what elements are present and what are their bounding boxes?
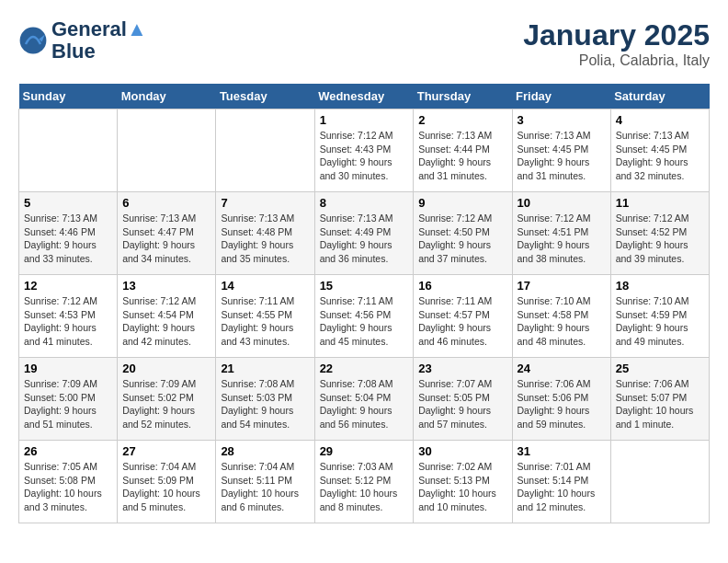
day-number: 30 (418, 444, 506, 458)
calendar-week-row: 19Sunrise: 7:09 AM Sunset: 5:00 PM Dayli… (19, 358, 710, 441)
day-number: 14 (221, 279, 309, 293)
day-number: 29 (320, 444, 409, 458)
day-number: 11 (616, 196, 704, 210)
calendar-week-row: 26Sunrise: 7:05 AM Sunset: 5:08 PM Dayli… (19, 441, 710, 523)
day-info: Sunrise: 7:13 AM Sunset: 4:45 PM Dayligh… (518, 129, 606, 183)
calendar-week-row: 1Sunrise: 7:12 AM Sunset: 4:43 PM Daylig… (19, 109, 710, 192)
day-number: 15 (320, 279, 409, 293)
day-number: 5 (24, 196, 112, 210)
calendar-table: SundayMondayTuesdayWednesdayThursdayFrid… (18, 84, 710, 523)
day-info: Sunrise: 7:04 AM Sunset: 5:11 PM Dayligh… (221, 460, 309, 514)
day-info: Sunrise: 7:06 AM Sunset: 5:07 PM Dayligh… (616, 377, 704, 431)
day-number: 24 (518, 362, 606, 375)
day-info: Sunrise: 7:13 AM Sunset: 4:44 PM Dayligh… (418, 129, 506, 183)
weekday-header: Thursday (414, 84, 512, 109)
day-info: Sunrise: 7:07 AM Sunset: 5:05 PM Dayligh… (418, 377, 506, 431)
logo: General▲ Blue (18, 18, 147, 63)
day-number: 23 (418, 362, 506, 375)
calendar-day-cell: 14Sunrise: 7:11 AM Sunset: 4:55 PM Dayli… (216, 275, 314, 358)
day-info: Sunrise: 7:13 AM Sunset: 4:49 PM Dayligh… (320, 212, 409, 266)
day-info: Sunrise: 7:12 AM Sunset: 4:52 PM Dayligh… (616, 212, 704, 266)
calendar-day-cell: 17Sunrise: 7:10 AM Sunset: 4:58 PM Dayli… (512, 275, 610, 358)
day-number: 13 (122, 279, 210, 293)
calendar-empty-cell (118, 109, 216, 192)
day-info: Sunrise: 7:13 AM Sunset: 4:45 PM Dayligh… (616, 129, 704, 183)
day-info: Sunrise: 7:12 AM Sunset: 4:51 PM Dayligh… (518, 212, 606, 266)
day-number: 4 (616, 113, 704, 127)
calendar-day-cell: 26Sunrise: 7:05 AM Sunset: 5:08 PM Dayli… (19, 441, 118, 523)
calendar-day-cell: 2Sunrise: 7:13 AM Sunset: 4:44 PM Daylig… (414, 109, 512, 192)
day-info: Sunrise: 7:05 AM Sunset: 5:08 PM Dayligh… (24, 460, 112, 514)
day-info: Sunrise: 7:12 AM Sunset: 4:50 PM Dayligh… (418, 212, 506, 266)
calendar-day-cell: 30Sunrise: 7:02 AM Sunset: 5:13 PM Dayli… (414, 441, 512, 523)
day-number: 28 (221, 444, 309, 458)
day-info: Sunrise: 7:11 AM Sunset: 4:57 PM Dayligh… (418, 294, 506, 349)
calendar-day-cell: 10Sunrise: 7:12 AM Sunset: 4:51 PM Dayli… (512, 192, 610, 275)
calendar-day-cell: 22Sunrise: 7:08 AM Sunset: 5:04 PM Dayli… (314, 358, 414, 441)
calendar-day-cell: 31Sunrise: 7:01 AM Sunset: 5:14 PM Dayli… (512, 441, 610, 523)
calendar-day-cell: 15Sunrise: 7:11 AM Sunset: 4:56 PM Dayli… (314, 275, 414, 358)
day-number: 25 (616, 362, 704, 375)
day-number: 22 (320, 362, 409, 375)
day-number: 12 (24, 279, 112, 293)
calendar-header-row: SundayMondayTuesdayWednesdayThursdayFrid… (19, 84, 710, 109)
day-info: Sunrise: 7:10 AM Sunset: 4:59 PM Dayligh… (616, 294, 704, 349)
calendar-day-cell: 3Sunrise: 7:13 AM Sunset: 4:45 PM Daylig… (512, 109, 610, 192)
day-number: 8 (320, 196, 409, 210)
title-block: January 2025 Polia, Calabria, Italy (523, 18, 710, 69)
day-number: 7 (221, 196, 309, 210)
calendar-day-cell: 16Sunrise: 7:11 AM Sunset: 4:57 PM Dayli… (414, 275, 512, 358)
day-info: Sunrise: 7:11 AM Sunset: 4:55 PM Dayligh… (221, 294, 309, 349)
day-info: Sunrise: 7:06 AM Sunset: 5:06 PM Dayligh… (518, 377, 606, 431)
day-number: 18 (616, 279, 704, 293)
calendar-day-cell: 5Sunrise: 7:13 AM Sunset: 4:46 PM Daylig… (19, 192, 118, 275)
calendar-day-cell: 8Sunrise: 7:13 AM Sunset: 4:49 PM Daylig… (314, 192, 414, 275)
day-info: Sunrise: 7:12 AM Sunset: 4:43 PM Dayligh… (320, 129, 409, 183)
calendar-week-row: 5Sunrise: 7:13 AM Sunset: 4:46 PM Daylig… (19, 192, 710, 275)
calendar-empty-cell (610, 441, 709, 523)
main-title: January 2025 (523, 18, 710, 52)
calendar-empty-cell (216, 109, 314, 192)
calendar-day-cell: 19Sunrise: 7:09 AM Sunset: 5:00 PM Dayli… (19, 358, 118, 441)
calendar-day-cell: 28Sunrise: 7:04 AM Sunset: 5:11 PM Dayli… (216, 441, 314, 523)
day-info: Sunrise: 7:13 AM Sunset: 4:46 PM Dayligh… (24, 212, 112, 266)
calendar-empty-cell (19, 109, 118, 192)
day-info: Sunrise: 7:08 AM Sunset: 5:04 PM Dayligh… (320, 377, 409, 431)
calendar-day-cell: 13Sunrise: 7:12 AM Sunset: 4:54 PM Dayli… (118, 275, 216, 358)
calendar-day-cell: 7Sunrise: 7:13 AM Sunset: 4:48 PM Daylig… (216, 192, 314, 275)
day-info: Sunrise: 7:10 AM Sunset: 4:58 PM Dayligh… (518, 294, 606, 349)
day-number: 20 (122, 362, 210, 375)
day-number: 21 (221, 362, 309, 375)
logo-icon (18, 26, 48, 55)
weekday-header: Sunday (19, 84, 118, 109)
day-number: 1 (320, 113, 409, 127)
calendar-day-cell: 1Sunrise: 7:12 AM Sunset: 4:43 PM Daylig… (314, 109, 414, 192)
day-info: Sunrise: 7:13 AM Sunset: 4:47 PM Dayligh… (122, 212, 210, 266)
day-number: 16 (418, 279, 506, 293)
day-info: Sunrise: 7:13 AM Sunset: 4:48 PM Dayligh… (221, 212, 309, 266)
logo-text: General▲ Blue (51, 18, 147, 63)
weekday-header: Wednesday (314, 84, 414, 109)
calendar-day-cell: 21Sunrise: 7:08 AM Sunset: 5:03 PM Dayli… (216, 358, 314, 441)
day-info: Sunrise: 7:09 AM Sunset: 5:00 PM Dayligh… (24, 377, 112, 431)
day-number: 9 (418, 196, 506, 210)
calendar-day-cell: 11Sunrise: 7:12 AM Sunset: 4:52 PM Dayli… (610, 192, 709, 275)
day-info: Sunrise: 7:12 AM Sunset: 4:53 PM Dayligh… (24, 294, 112, 349)
day-info: Sunrise: 7:03 AM Sunset: 5:12 PM Dayligh… (320, 460, 409, 514)
day-number: 31 (518, 444, 606, 458)
page-header: General▲ Blue January 2025 Polia, Calabr… (18, 18, 710, 69)
day-info: Sunrise: 7:12 AM Sunset: 4:54 PM Dayligh… (122, 294, 210, 349)
day-number: 19 (24, 362, 112, 375)
calendar-day-cell: 29Sunrise: 7:03 AM Sunset: 5:12 PM Dayli… (314, 441, 414, 523)
subtitle: Polia, Calabria, Italy (523, 52, 710, 69)
day-info: Sunrise: 7:04 AM Sunset: 5:09 PM Dayligh… (122, 460, 210, 514)
calendar-day-cell: 27Sunrise: 7:04 AM Sunset: 5:09 PM Dayli… (118, 441, 216, 523)
weekday-header: Monday (118, 84, 216, 109)
calendar-day-cell: 24Sunrise: 7:06 AM Sunset: 5:06 PM Dayli… (512, 358, 610, 441)
day-number: 27 (122, 444, 210, 458)
weekday-header: Tuesday (216, 84, 314, 109)
day-number: 2 (418, 113, 506, 127)
weekday-header: Saturday (610, 84, 709, 109)
day-info: Sunrise: 7:01 AM Sunset: 5:14 PM Dayligh… (518, 460, 606, 514)
day-number: 3 (518, 113, 606, 127)
